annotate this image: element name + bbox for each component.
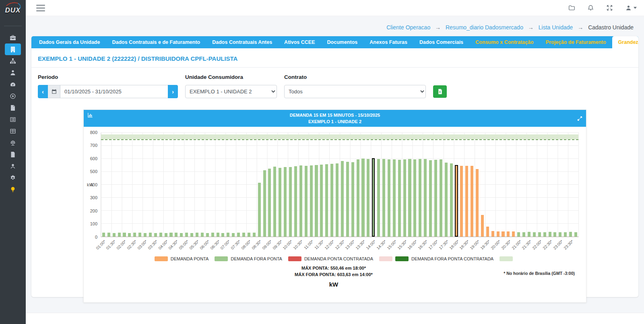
demanda-fora-ponta-bar-16:30[interactable]	[424, 159, 427, 237]
sidebar-item-units[interactable]	[5, 43, 21, 55]
demanda-fora-ponta-bar-10:30[interactable]	[299, 165, 302, 236]
demanda-fora-ponta-bar-05:15[interactable]	[190, 233, 193, 237]
sidebar-item-user-tie[interactable]	[5, 67, 21, 78]
sidebar-item-file[interactable]	[5, 149, 21, 160]
tab-grandezas-eletricas[interactable]: Grandezas Elétricas	[612, 36, 638, 48]
user-menu[interactable]	[625, 4, 637, 11]
demanda-fora-ponta-bar-02:30[interactable]	[133, 233, 136, 237]
demanda-fora-ponta-bar-13:45[interactable]	[367, 159, 369, 237]
tab-consumo-contratacao[interactable]: Consumo x Contratação	[469, 36, 539, 48]
demanda-fora-ponta-bar-05:30[interactable]	[196, 233, 198, 237]
demanda-fora-ponta-bar-13:30[interactable]	[361, 159, 364, 237]
sidebar-item-balance[interactable]	[5, 137, 21, 149]
sidebar-item-help[interactable]	[5, 184, 21, 195]
breadcrumb-link-lista-unidade[interactable]: Lista Unidade	[539, 24, 573, 31]
demanda-ponta-bar-18:00[interactable]	[455, 165, 458, 237]
demanda-fora-ponta-bar-08:15[interactable]	[253, 233, 256, 237]
demanda-ponta-bar-20:30[interactable]	[507, 231, 510, 237]
demanda-fora-ponta-bar-22:30[interactable]	[549, 232, 551, 237]
demanda-fora-ponta-bar-17:00[interactable]	[434, 160, 437, 237]
demanda-fora-ponta-bar-09:45[interactable]	[284, 167, 287, 237]
demanda-fora-ponta-bar-17:15[interactable]	[440, 159, 442, 237]
demanda-fora-ponta-bar-02:15[interactable]	[128, 233, 131, 237]
expand-chart-icon[interactable]	[577, 116, 582, 123]
demanda-fora-ponta-bar-01:45[interactable]	[118, 233, 121, 237]
demanda-fora-ponta-bar-03:15[interactable]	[149, 233, 152, 237]
demanda-fora-ponta-bar-12:00[interactable]	[330, 164, 333, 237]
demanda-fora-ponta-bar-16:45[interactable]	[429, 160, 432, 237]
demanda-fora-ponta-bar-07:15[interactable]	[232, 233, 235, 237]
sidebar-item-list[interactable]	[5, 114, 21, 125]
export-excel-button[interactable]: X	[433, 85, 447, 98]
demanda-ponta-bar-19:15[interactable]	[481, 215, 484, 237]
demanda-fora-ponta-bar-15:45[interactable]	[408, 159, 411, 237]
demanda-fora-ponta-bar-05:45[interactable]	[201, 233, 204, 237]
demanda-fora-ponta-bar-08:00[interactable]	[248, 233, 250, 237]
demanda-fora-ponta-bar-02:45[interactable]	[138, 233, 141, 237]
sidebar-item-hierarchy[interactable]	[5, 55, 21, 67]
contract-select[interactable]: Todos	[284, 85, 426, 98]
demanda-fora-ponta-bar-23:30[interactable]	[569, 232, 572, 237]
previous-period-button[interactable]: ‹	[38, 85, 48, 98]
demanda-fora-ponta-bar-10:15[interactable]	[294, 166, 297, 237]
demanda-fora-ponta-bar-06:30[interactable]	[217, 233, 219, 237]
demanda-fora-ponta-bar-22:00[interactable]	[538, 232, 541, 237]
demanda-ponta-bar-18:30[interactable]	[465, 166, 468, 237]
demanda-fora-ponta-bar-03:45[interactable]	[159, 233, 162, 237]
consumer-unit-select[interactable]: EXEMPLO 1 - UNIDADE 2	[185, 85, 277, 98]
demanda-fora-ponta-bar-12:15[interactable]	[336, 163, 339, 237]
demanda-fora-ponta-bar-04:00[interactable]	[165, 233, 167, 237]
demanda-fora-ponta-bar-11:00[interactable]	[310, 165, 313, 237]
sidebar-item-user[interactable]	[5, 160, 21, 172]
demanda-fora-ponta-bar-04:30[interactable]	[175, 233, 178, 237]
demanda-fora-ponta-bar-10:00[interactable]	[289, 167, 292, 237]
tab-projecao-faturamento[interactable]: Projeção de Faturamento	[540, 36, 612, 48]
tab-dados-contratuais-faturamento[interactable]: Dados Contratuais e de Faturamento	[106, 36, 206, 48]
fullscreen-icon[interactable]	[606, 4, 613, 11]
demanda-fora-ponta-bar-22:15[interactable]	[543, 232, 546, 237]
tab-ativos-ccee[interactable]: Ativos CCEE	[278, 36, 321, 48]
demanda-fora-ponta-bar-11:30[interactable]	[320, 165, 323, 237]
tab-anexos-faturas[interactable]: Anexos Faturas	[363, 36, 413, 48]
sidebar-item-settings[interactable]	[5, 172, 21, 184]
demanda-fora-ponta-bar-13:15[interactable]	[357, 159, 359, 237]
sidebar-item-play[interactable]	[5, 90, 21, 102]
demanda-ponta-bar-19:00[interactable]	[476, 169, 479, 237]
sidebar-item-file-signature[interactable]	[5, 102, 21, 114]
demanda-fora-ponta-bar-17:30[interactable]	[445, 163, 448, 237]
menu-toggle-icon[interactable]	[36, 5, 45, 11]
folder-icon[interactable]	[568, 4, 575, 11]
demanda-fora-ponta-bar-15:15[interactable]	[398, 160, 401, 237]
demanda-fora-ponta-bar-17:45[interactable]	[450, 163, 453, 237]
app-logo[interactable]: DUX	[0, 0, 26, 21]
demanda-fora-ponta-bar-11:15[interactable]	[315, 165, 318, 237]
period-range-input[interactable]	[60, 85, 168, 98]
demanda-fora-ponta-bar-07:00[interactable]	[227, 233, 229, 237]
demanda-fora-ponta-bar-15:30[interactable]	[403, 159, 406, 237]
demanda-fora-ponta-bar-16:15[interactable]	[419, 159, 421, 237]
demanda-fora-ponta-bar-01:30[interactable]	[113, 233, 116, 237]
demanda-fora-ponta-bar-05:00[interactable]	[185, 233, 188, 237]
demanda-fora-ponta-bar-15:00[interactable]	[393, 159, 396, 237]
demanda-fora-ponta-bar-08:45[interactable]	[263, 170, 266, 237]
demanda-fora-ponta-bar-01:00[interactable]	[102, 233, 105, 237]
demanda-ponta-bar-18:15[interactable]	[460, 166, 463, 237]
demanda-fora-ponta-bar-10:45[interactable]	[305, 166, 308, 236]
sidebar-item-table[interactable]	[5, 125, 21, 137]
demanda-fora-ponta-bar-16:00[interactable]	[413, 159, 416, 237]
demanda-fora-ponta-bar-09:15[interactable]	[273, 167, 276, 237]
demanda-fora-ponta-bar-14:45[interactable]	[388, 159, 390, 237]
demanda-fora-ponta-bar-11:45[interactable]	[325, 164, 328, 237]
demanda-fora-ponta-bar-09:30[interactable]	[279, 168, 281, 237]
demanda-fora-ponta-bar-12:30[interactable]	[341, 161, 344, 237]
demanda-fora-ponta-bar-07:30[interactable]	[237, 233, 240, 237]
demanda-ponta-bar-18:45[interactable]	[471, 166, 473, 236]
demanda-fora-ponta-bar-21:45[interactable]	[533, 232, 536, 237]
demanda-fora-ponta-bar-22:45[interactable]	[553, 232, 556, 237]
demanda-fora-ponta-bar-23:15[interactable]	[564, 232, 567, 237]
sidebar-item-briefcase[interactable]	[5, 32, 21, 43]
demanda-fora-ponta-bar-06:15[interactable]	[211, 233, 214, 237]
demanda-fora-ponta-bar-21:15[interactable]	[522, 232, 525, 237]
demanda-ponta-bar-20:45[interactable]	[512, 231, 515, 237]
demanda-fora-ponta-bar-09:00[interactable]	[268, 169, 271, 237]
